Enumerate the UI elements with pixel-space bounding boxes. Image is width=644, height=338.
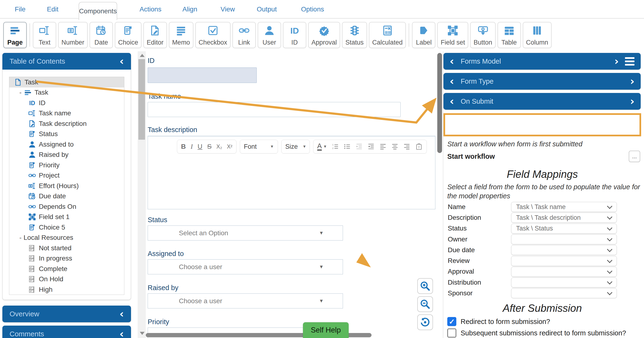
collapse-left-icon[interactable]: ‹: [120, 56, 124, 67]
strikethrough-button[interactable]: S: [207, 143, 212, 150]
mapping-select-distribution[interactable]: [511, 277, 617, 287]
toolbar-button-number[interactable]: Number: [58, 22, 88, 48]
toolbar-button-label[interactable]: Label: [412, 22, 435, 48]
bullet-list-icon[interactable]: [344, 143, 351, 150]
tree-item-choice-5[interactable]: Choice 5: [9, 222, 124, 233]
tree-item-priority[interactable]: Priority: [9, 160, 124, 170]
panel-header-on-submit[interactable]: ‹On Submit›: [444, 93, 641, 110]
mapping-select-status[interactable]: Task \ Status: [511, 224, 617, 234]
assigned-to-select[interactable]: Choose a user ▼: [148, 259, 343, 274]
mapping-select-review[interactable]: [511, 256, 617, 266]
tree-item-high[interactable]: High: [9, 284, 124, 295]
menu-item-options[interactable]: Options: [301, 0, 324, 19]
chevron-right-icon[interactable]: ›: [614, 56, 619, 67]
subscript-button[interactable]: X₂: [216, 144, 222, 150]
chevron-left-icon[interactable]: ‹: [450, 96, 454, 107]
tree-item-project[interactable]: Project: [9, 170, 124, 181]
raised-by-select[interactable]: Choose a user ▼: [148, 293, 343, 308]
task-name-input[interactable]: [148, 102, 400, 117]
underline-button[interactable]: U: [198, 143, 202, 150]
bold-button[interactable]: B: [181, 143, 186, 150]
overview-header[interactable]: Overview ‹: [2, 305, 131, 322]
toolbar-button-memo[interactable]: Memo: [169, 22, 194, 48]
tree-item-on-hold[interactable]: On Hold: [9, 274, 124, 285]
align-center-icon[interactable]: [391, 143, 398, 150]
toolbar-button-id[interactable]: IDID: [283, 22, 306, 48]
chevron-left-icon[interactable]: ‹: [450, 56, 454, 67]
id-input[interactable]: [148, 68, 257, 83]
chevron-left-icon[interactable]: ‹: [450, 76, 454, 87]
superscript-button[interactable]: X²: [227, 144, 232, 150]
toolbar-button-text[interactable]: Text: [33, 22, 56, 48]
mapping-select-due-date[interactable]: [511, 245, 617, 255]
toolbar-button-editor[interactable]: Editor: [144, 22, 167, 48]
toolbar-button-column[interactable]: Column: [523, 22, 552, 48]
toolbar-button-link[interactable]: Link: [232, 22, 256, 48]
toolbar-button-approval[interactable]: Approval: [308, 22, 340, 48]
italic-button[interactable]: I: [190, 143, 193, 150]
menu-item-view[interactable]: View: [220, 0, 235, 19]
mapping-select-approval[interactable]: [511, 267, 617, 277]
tree-item-depends-on[interactable]: Depends On: [9, 201, 124, 212]
collapse-left-icon[interactable]: ‹: [120, 329, 124, 338]
toolbar-button-field-set[interactable]: Field set: [437, 22, 468, 48]
tree-item-complete[interactable]: Complete: [9, 264, 124, 274]
zoom-in-button[interactable]: [417, 278, 433, 294]
collapse-dash-icon[interactable]: -: [18, 89, 24, 96]
collapse-dash-icon[interactable]: -: [18, 234, 24, 241]
tree-item-assigned-to[interactable]: Assigned to: [9, 139, 124, 150]
canvas-left-scrollbar-thumb[interactable]: [138, 59, 145, 140]
chevron-right-icon[interactable]: ›: [630, 76, 634, 87]
tree-item-status[interactable]: Status: [9, 129, 124, 139]
menu-item-output[interactable]: Output: [257, 0, 277, 19]
panel-header-forms-model[interactable]: ‹Forms Model›: [444, 53, 641, 70]
self-help-button[interactable]: Self Help: [303, 322, 349, 338]
mapping-select-sponsor[interactable]: [511, 288, 617, 298]
comments-header[interactable]: Comments ‹: [2, 325, 131, 338]
tree-item-not-started[interactable]: Not started: [9, 243, 124, 253]
browse-workflow-button[interactable]: ...: [629, 151, 640, 162]
tree-item-field-set-1[interactable]: Field set 1: [9, 212, 124, 222]
tree-item-id[interactable]: IDID: [9, 98, 124, 108]
toolbar-button-date[interactable]: Date: [90, 22, 113, 48]
text-color-button[interactable]: A▼: [317, 143, 327, 151]
toolbar-button-button[interactable]: Button: [470, 22, 496, 48]
toolbar-button-status[interactable]: Status: [342, 22, 367, 48]
tree-item-due-date[interactable]: Due date: [9, 191, 124, 202]
task-description-editor[interactable]: BIUSX₂X²Font▼Size▼A▼12T: [148, 136, 435, 209]
mapping-select-description[interactable]: Task \ Task description: [511, 213, 617, 223]
indent-icon[interactable]: [368, 143, 375, 150]
tree-item-raised-by[interactable]: Raised by: [9, 150, 124, 160]
tab-components[interactable]: Components: [78, 2, 117, 20]
menu-item-edit[interactable]: Edit: [47, 0, 58, 19]
menu-item-align[interactable]: Align: [182, 0, 197, 19]
toc-header[interactable]: Table of Contents ‹: [2, 53, 131, 70]
menu-item-file[interactable]: File: [15, 0, 26, 19]
menu-item-actions[interactable]: Actions: [140, 0, 162, 19]
paste-icon[interactable]: T: [415, 143, 423, 150]
font-dropdown[interactable]: Font▼: [240, 140, 278, 154]
checked-checkbox[interactable]: ✓: [447, 317, 456, 326]
mapping-select-owner[interactable]: [511, 234, 617, 244]
tree-item-task[interactable]: -Task: [9, 88, 124, 98]
zoom-reset-button[interactable]: [417, 314, 433, 330]
toolbar-button-user[interactable]: User: [258, 22, 281, 48]
tree-item-task-name[interactable]: Task name: [9, 108, 124, 119]
zoom-out-button[interactable]: [417, 296, 433, 312]
ordered-list-icon[interactable]: 12: [332, 143, 339, 150]
canvas-right-scrollbar-thumb[interactable]: [437, 53, 442, 153]
toolbar-button-page[interactable]: Page: [3, 22, 27, 48]
align-left-icon[interactable]: [380, 143, 386, 150]
align-right-icon[interactable]: [403, 143, 410, 150]
scroll-up-icon[interactable]: [140, 54, 144, 57]
toolbar-button-choice[interactable]: Choice: [115, 22, 142, 48]
unchecked-checkbox[interactable]: [447, 328, 456, 337]
tree-item-effort-hours-[interactable]: Effort (Hours): [9, 181, 124, 191]
panel-header-form-type[interactable]: ‹Form Type›: [444, 73, 641, 90]
scroll-down-icon[interactable]: [140, 332, 144, 335]
mapping-select-name[interactable]: Task \ Task name: [511, 202, 617, 212]
toolbar-button-checkbox[interactable]: Checkbox: [195, 22, 230, 48]
menu-icon[interactable]: [625, 57, 634, 66]
tree-item-task-description[interactable]: Task description: [9, 119, 124, 129]
tree-item-in-progress[interactable]: In progress: [9, 253, 124, 264]
